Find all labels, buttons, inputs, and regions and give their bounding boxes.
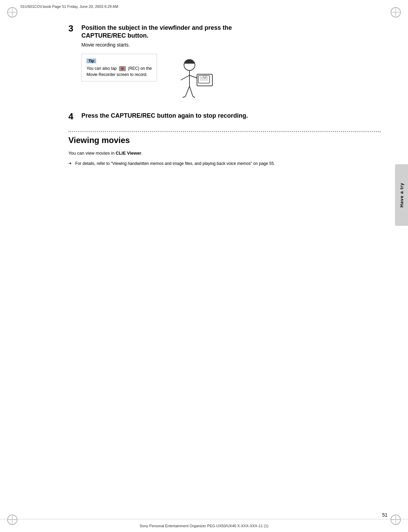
tip-text-after: Movie Recorder screen to record. [87,72,147,77]
corner-mark-tl [6,6,18,18]
header-bar: 01US01COV.book Page 51 Friday, June 20, … [0,0,408,13]
side-tab-label: Have a try [399,183,404,207]
main-content: 3 Position the subject in the viewfinder… [68,24,381,505]
step-4-number: 4 [68,112,78,121]
section-bullet: For details, refer to "Viewing handwritt… [68,160,381,167]
tip-text-middle: (REC) on the [128,66,152,71]
section-body-text: You can view movies in [68,151,116,156]
svg-line-16 [181,75,189,80]
svg-line-18 [185,86,189,96]
rec-button-icon [119,66,126,71]
step-3: 3 Position the subject in the viewfinder… [68,24,381,102]
header-text: 01US01COV.book Page 51 Friday, June 20, … [21,4,118,9]
svg-line-19 [189,86,193,96]
step-3-header: 3 Position the subject in the viewfinder… [68,24,381,40]
person-camera-svg [169,55,227,100]
step-4-title: Press the CAPTURE/REC button again to st… [81,112,248,120]
tip-label: Tip [87,59,96,63]
section-body-end: . [141,151,143,156]
dotted-divider [68,131,381,132]
section-body: You can view movies in CLIE Viewer. [68,150,381,157]
step-4-header: 4 Press the CAPTURE/REC button again to … [68,112,381,121]
footer-text: Sony Personal Entertainment Organizer PE… [140,524,268,528]
step-4: 4 Press the CAPTURE/REC button again to … [68,112,381,121]
svg-rect-23 [198,76,210,83]
step-3-subtitle: Movie recording starts. [81,42,381,48]
step-3-number: 3 [68,24,78,33]
page: 01US01COV.book Page 51 Friday, June 20, … [0,0,408,532]
illustration [167,54,229,102]
svg-line-21 [193,96,195,98]
svg-point-13 [121,67,124,70]
section-heading: Viewing movies [68,135,381,145]
bullet-text: For details, refer to "Viewing handwritt… [75,161,275,166]
tip-area: Tip You can also tap (REC) on the Movie … [81,54,381,102]
corner-mark-tr [390,6,402,18]
app-name: CLIE Viewer [116,151,141,156]
tip-text: You can also tap (REC) on the Movie Reco… [87,65,152,78]
tip-text-before: You can also tap [87,66,117,71]
svg-line-20 [183,96,185,98]
page-number: 51 [382,512,387,518]
viewing-movies-section: Viewing movies You can view movies in CL… [68,135,381,167]
tip-box: Tip You can also tap (REC) on the Movie … [81,54,157,81]
side-tab: Have a try [395,164,408,226]
footer-bar: Sony Personal Entertainment Organizer PE… [0,519,408,532]
step-3-title: Position the subject in the viewfinder a… [81,24,232,40]
